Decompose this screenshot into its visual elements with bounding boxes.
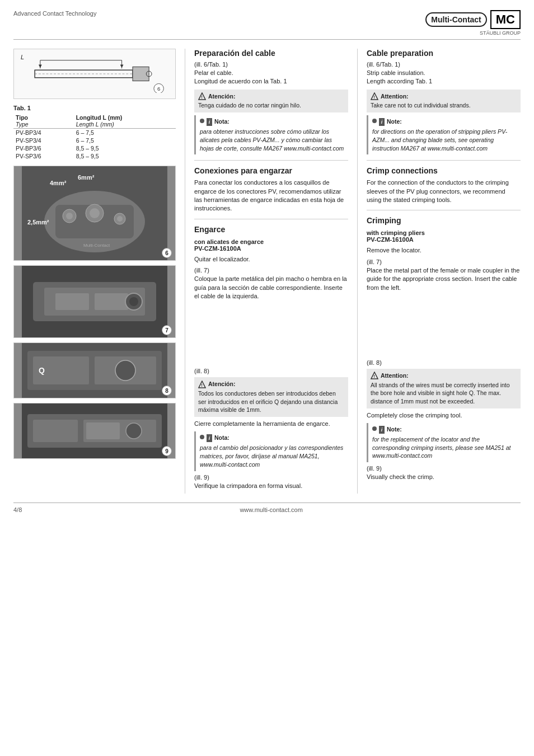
prep-cable-title-en: Cable preparation bbox=[367, 49, 521, 58]
table-row: PV-BP3/68,5 – 9,5 bbox=[13, 144, 176, 152]
prep-attention-title-en: Attention: bbox=[381, 92, 409, 101]
ill-num-8: 8 bbox=[162, 386, 172, 396]
prep-note-en: i Note: for directions on the operation … bbox=[367, 115, 521, 154]
note-bullet-es bbox=[200, 119, 204, 123]
svg-text:2,5mm²: 2,5mm² bbox=[27, 219, 49, 226]
prep-note-body-es: para obtener instrucciones sobre cómo ut… bbox=[200, 128, 344, 152]
table-row: PV-SP3/68,5 – 9,5 bbox=[13, 152, 176, 160]
brand-mc: MC bbox=[490, 10, 521, 29]
crimping-ill8-body-en: Completely close the crimping tool. bbox=[367, 411, 521, 420]
diagram-L-label: L bbox=[21, 54, 24, 60]
ill-num-6: 6 bbox=[162, 248, 172, 258]
note-bullet2-es bbox=[200, 435, 204, 439]
svg-text:Multi-Contact: Multi-Contact bbox=[83, 243, 110, 248]
crimping-nota-body-en: for the replacement of the locator and t… bbox=[372, 435, 517, 460]
crimping-remove-en: Remove the locator. bbox=[367, 246, 521, 255]
svg-marker-5 bbox=[39, 64, 42, 68]
table-cell-longitud: 8,5 – 9,5 bbox=[74, 144, 176, 152]
crimping-attention-body-en: All strands of the wires must be correct… bbox=[371, 382, 510, 405]
table-cell-longitud: 8,5 – 9,5 bbox=[74, 152, 176, 160]
brand-multicontact: Multi-Contact bbox=[425, 12, 486, 27]
photo-ill7: 7 bbox=[13, 265, 176, 338]
divider-3 bbox=[367, 160, 521, 161]
note-icon2-es: i bbox=[207, 434, 212, 442]
table-cell-longitud: 6 – 7,5 bbox=[74, 137, 176, 144]
right-column: Cable preparation (ill. 6/Tab. 1) Strip … bbox=[367, 49, 521, 494]
brand-area: Multi-Contact MC STÄUBLI GROUP bbox=[425, 10, 521, 36]
svg-text:6: 6 bbox=[157, 86, 160, 92]
staubli-group: STÄUBLI GROUP bbox=[425, 30, 521, 36]
table1-col1-header: Tipo Type bbox=[13, 114, 74, 129]
conexiones-title-es: Conexiones para engarzar bbox=[194, 166, 348, 175]
crimping-nota-title-en: Note: bbox=[387, 425, 402, 434]
prep-note-es: i Nota: para obtener instrucciones sobre… bbox=[194, 115, 348, 154]
col-divider-2 bbox=[357, 49, 358, 494]
prep-body-en: Strip cable insulation.Length according … bbox=[367, 69, 521, 86]
note-icon-en: i bbox=[379, 118, 385, 126]
crimping-ill7-body-en: Place the metal part of the female or ma… bbox=[367, 266, 521, 292]
divider-4 bbox=[367, 210, 521, 210]
note-icon2-en: i bbox=[379, 426, 385, 434]
engarce-note-es: i Nota: para el cambio del posicionador … bbox=[194, 431, 348, 471]
svg-text:!: ! bbox=[373, 95, 375, 100]
divider-2 bbox=[194, 219, 348, 219]
prep-note-title-en: Note: bbox=[387, 118, 402, 126]
table-row: PV-SP3/46 – 7,5 bbox=[13, 137, 176, 144]
divider-1 bbox=[194, 160, 348, 161]
svg-text:6mm²: 6mm² bbox=[78, 174, 95, 181]
svg-rect-27 bbox=[55, 293, 89, 310]
footer-website: www.multi-contact.com bbox=[240, 506, 302, 513]
table-cell-tipo: PV-BP3/4 bbox=[13, 129, 74, 137]
prep-attention-body-es: Tenga cuidado de no cortar ningún hilo. bbox=[198, 102, 301, 109]
svg-point-36 bbox=[115, 360, 135, 381]
engarce-ill9-body-es: Verifique la crimpadora en forma visual. bbox=[194, 482, 348, 490]
crimp-conn-body-en: For the connection of the conductors to … bbox=[367, 179, 521, 204]
prep-ill-es: (ill. 6/Tab. 1) bbox=[194, 61, 348, 68]
attention-icon-es: ! bbox=[198, 92, 206, 100]
crimping-ill7-en: (ill. 7) bbox=[367, 259, 521, 265]
note-icon-es: i bbox=[207, 118, 212, 126]
engarce-attention-title-es: Atención: bbox=[208, 380, 235, 388]
attention-icon2-en: ! bbox=[371, 372, 378, 379]
main-content: L 6 bbox=[13, 49, 521, 494]
svg-rect-39 bbox=[33, 420, 78, 442]
svg-text:4mm²: 4mm² bbox=[50, 180, 67, 186]
cable-diagram: L 6 bbox=[13, 49, 176, 99]
photo-ill6-svg: 4mm² 6mm² 2,5mm² Multi-Contact bbox=[22, 166, 167, 261]
engarce-sub-es: con alicates de engarcePV-CZM-16100A bbox=[194, 238, 348, 252]
attention-icon2-es: ! bbox=[198, 381, 206, 388]
svg-text:!: ! bbox=[201, 95, 203, 100]
prep-attention-es: ! Atención: Tenga cuidado de no cortar n… bbox=[194, 90, 348, 112]
middle-column: Preparación del cable (ill. 6/Tab. 1) Pe… bbox=[194, 49, 348, 494]
table1-title: Tab. 1 bbox=[13, 105, 176, 111]
prep-cable-title-es: Preparación del cable bbox=[194, 49, 348, 58]
svg-text:!: ! bbox=[201, 383, 203, 388]
photo-ill6: 4mm² 6mm² 2,5mm² Multi-Contact 6 bbox=[13, 166, 176, 261]
prep-attention-title-es: ! Atención: bbox=[198, 92, 344, 101]
engarce-ill7-body-es: Coloque la parte metálica del pin macho … bbox=[194, 275, 348, 300]
prep-note-body-en: for directions on the operation of strip… bbox=[372, 128, 517, 152]
photo-ill7-svg bbox=[22, 265, 167, 338]
diagram-svg: 6 bbox=[20, 55, 170, 93]
crimping-ill9-body-en: Visually check the crimp. bbox=[367, 473, 521, 481]
table-cell-tipo: PV-SP3/4 bbox=[13, 137, 74, 144]
crimp-conn-title-en: Crimp connections bbox=[367, 166, 521, 175]
table-cell-tipo: PV-SP3/6 bbox=[13, 152, 74, 160]
engarce-ill7-es: (ill. 7) bbox=[194, 267, 348, 274]
col-divider-1 bbox=[185, 49, 185, 494]
table-cell-tipo: PV-BP3/6 bbox=[13, 144, 74, 152]
crimping-title-en: Crimping bbox=[367, 216, 521, 225]
svg-point-42 bbox=[126, 423, 142, 439]
svg-text:!: ! bbox=[373, 374, 375, 379]
photo-ill8: Q 8 bbox=[13, 342, 176, 398]
svg-marker-6 bbox=[120, 64, 124, 68]
svg-rect-28 bbox=[95, 293, 128, 310]
engarce-nota-body-es: para el cambio del posicionador y las co… bbox=[200, 444, 344, 468]
left-column: L 6 bbox=[13, 49, 176, 494]
header: Advanced Contact Technology Multi-Contac… bbox=[13, 10, 521, 40]
svg-point-30 bbox=[129, 297, 138, 306]
table-cell-longitud: 6 – 7,5 bbox=[74, 129, 176, 137]
table1-col2-header: Longitud L (mm) Length L (mm) bbox=[74, 114, 176, 129]
page: Advanced Contact Technology Multi-Contac… bbox=[0, 0, 534, 756]
conexiones-body-es: Para conectar los conductores a los casq… bbox=[194, 179, 348, 213]
